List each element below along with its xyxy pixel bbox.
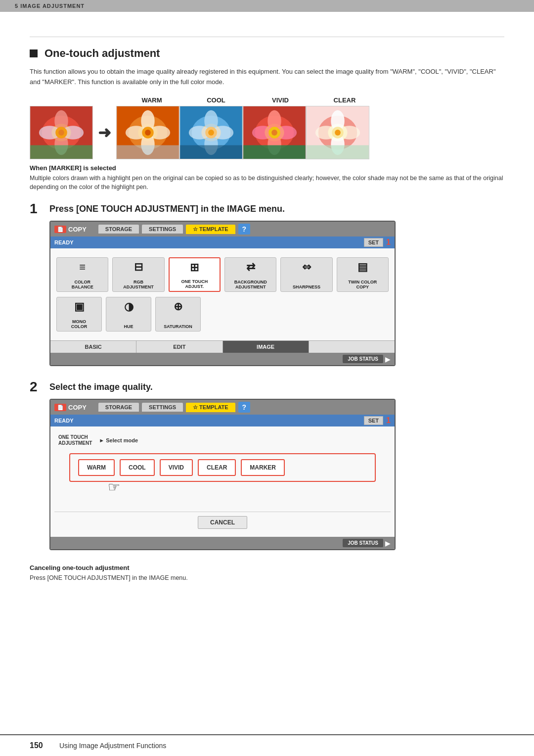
tab-storage-1[interactable]: STORAGE <box>98 225 139 234</box>
job-status-btn-1[interactable]: JOB STATUS <box>343 355 383 363</box>
tab-template-2[interactable]: ☆ TEMPLATE <box>186 403 235 412</box>
hue-icon: ◑ <box>124 301 134 312</box>
svg-rect-39 <box>243 145 306 158</box>
job-status-btn-2[interactable]: JOB STATUS <box>343 539 383 547</box>
sharpness-icon: ⇔ <box>302 262 311 273</box>
flower-label-row: WARM COOL VIVID CLEAR <box>30 96 504 104</box>
step1-container: 1 Press [ONE TOUCH ADJUSTMENT] in the IM… <box>30 202 504 366</box>
status-label-2: READY <box>54 418 74 424</box>
one-touch-icon: ⊞ <box>190 262 199 273</box>
set-label-1: SET <box>368 239 379 245</box>
twin-color-icon: ▤ <box>357 262 368 273</box>
step1-icon-grid-row2: ▣ MONOCOLOR ◑ HUE ⊕ SATURATION <box>54 297 203 336</box>
step1-job-status-bar: JOB STATUS ▶ <box>50 353 395 365</box>
tab-storage-2[interactable]: STORAGE <box>98 403 139 412</box>
icon-twin-color[interactable]: ▤ TWIN COLORCOPY <box>337 257 389 292</box>
arrow-right-icon: ➜ <box>98 123 111 142</box>
icon-background[interactable]: ⇄ BACKGROUNDADJUSTMENT <box>224 257 276 292</box>
bottom-tab-edit-1[interactable]: EDIT <box>136 341 222 353</box>
rgb-icon: ⊟ <box>134 262 143 273</box>
step2-screen: 📄 COPY STORAGE SETTINGS ☆ TEMPLATE ? REA… <box>49 399 396 550</box>
twin-color-label: TWIN COLORCOPY <box>348 280 377 289</box>
footer-text: Using Image Adjustment Functions <box>59 742 166 750</box>
page: 5 IMAGE ADJUSTMENT One-touch adjustment … <box>0 0 534 756</box>
saturation-icon: ⊕ <box>174 301 182 312</box>
set-badge-1: SET <box>364 238 383 247</box>
tab-settings-2[interactable]: SETTINGS <box>142 403 183 412</box>
svg-rect-49 <box>307 145 369 158</box>
svg-point-8 <box>58 130 64 136</box>
step1-top-bar: 📄 COPY STORAGE SETTINGS ☆ TEMPLATE ? <box>50 222 395 236</box>
flower-vivid <box>243 106 306 159</box>
quality-btn-marker[interactable]: MARKER <box>241 459 285 476</box>
cancel-section: CANCEL <box>54 512 391 533</box>
spacer <box>54 487 391 507</box>
step2-number: 2 <box>30 380 44 394</box>
svg-rect-19 <box>117 145 179 158</box>
set-label-2: SET <box>368 418 379 424</box>
label-cool: COOL <box>184 96 248 104</box>
background-icon: ⇄ <box>246 262 255 273</box>
page-footer: 150 Using Image Adjustment Functions <box>0 734 534 756</box>
step1-status-bar: READY SET 1 <box>50 236 395 248</box>
bottom-tab-image-1[interactable]: IMAGE <box>223 341 309 353</box>
cancel-button[interactable]: CANCEL <box>198 516 247 529</box>
flower-images-row: ➜ <box>30 106 504 159</box>
sharpness-label: SHARPNESS <box>293 284 320 289</box>
label-warm: WARM <box>120 96 184 104</box>
quality-btn-cool[interactable]: COOL <box>120 459 155 476</box>
icon-hue[interactable]: ◑ HUE <box>106 297 151 331</box>
step1-screen-body: ≡ COLORBALANCE ⊟ RGBADJUSTMENT ⊞ ONE TOU… <box>50 248 395 340</box>
icon-rgb-adjustment[interactable]: ⊟ RGBADJUSTMENT <box>112 257 164 292</box>
page-header: 5 IMAGE ADJUSTMENT <box>0 0 534 12</box>
select-mode-text: ► Select mode <box>99 437 138 443</box>
header-label: 5 IMAGE ADJUSTMENT <box>15 3 85 9</box>
bottom-tab-empty-1 <box>309 341 395 353</box>
canceling-note-text: Press [ONE TOUCH ADJUSTMENT] in the IMAG… <box>30 573 504 583</box>
step2-status-bar: READY SET 1 <box>50 415 395 426</box>
tab-template-1[interactable]: ☆ TEMPLATE <box>186 225 235 234</box>
quality-btn-warm[interactable]: WARM <box>78 459 115 476</box>
adjustment-label: ONE TOUCHADJUSTMENT <box>58 434 92 446</box>
icon-one-touch[interactable]: ⊞ ONE TOUCHADJUST. <box>169 257 221 292</box>
icon-color-balance[interactable]: ≡ COLORBALANCE <box>56 257 108 292</box>
copy-label-2: COPY <box>68 404 87 411</box>
quality-area: WARM COOL VIVID CLEAR MARKER ☞ <box>54 453 391 482</box>
color-balance-icon: ≡ <box>79 262 86 273</box>
intro-text: This function allows you to obtain the i… <box>30 67 504 88</box>
one-touch-label: ONE TOUCHADJUST. <box>181 279 208 289</box>
job-status-arrow-2: ▶ <box>385 539 391 547</box>
black-square-icon <box>30 49 38 57</box>
page-content: One-touch adjustment This function allow… <box>0 12 534 729</box>
flower-image-section: WARM COOL VIVID CLEAR <box>30 96 504 159</box>
tab-settings-1[interactable]: SETTINGS <box>142 225 183 234</box>
hand-cursor-icon: ☞ <box>108 479 120 495</box>
quality-btn-clear[interactable]: CLEAR <box>198 459 236 476</box>
tab-help-2[interactable]: ? <box>238 402 251 413</box>
tab-help-1[interactable]: ? <box>238 224 251 235</box>
set-number-2: 1 <box>386 416 391 425</box>
step2-header: 2 Select the image quality. <box>30 380 504 394</box>
mono-color-icon: ▣ <box>74 301 85 312</box>
job-status-arrow-1: ▶ <box>385 355 391 363</box>
step2-screen-body: ONE TOUCHADJUSTMENT ► Select mode WARM C… <box>50 426 395 537</box>
step2-container: 2 Select the image quality. 📄 COPY STORA… <box>30 380 504 550</box>
step1-screen: 📄 COPY STORAGE SETTINGS ☆ TEMPLATE ? REA… <box>49 221 396 366</box>
copy-label-1: COPY <box>68 226 87 233</box>
select-mode-row: ONE TOUCHADJUSTMENT ► Select mode <box>54 430 391 448</box>
footer-page-number: 150 <box>30 741 59 750</box>
icon-sharpness[interactable]: ⇔ SHARPNESS <box>280 257 332 292</box>
step1-title: Press [ONE TOUCH ADJUSTMENT] in the IMAG… <box>49 202 285 214</box>
bottom-tab-basic-1[interactable]: BASIC <box>50 341 136 353</box>
mono-color-label: MONOCOLOR <box>71 319 88 329</box>
icon-saturation[interactable]: ⊕ SATURATION <box>155 297 201 331</box>
quality-btn-vivid[interactable]: VIVID <box>160 459 193 476</box>
status-label-1: READY <box>54 239 74 245</box>
step1-icon-grid: ≡ COLORBALANCE ⊟ RGBADJUSTMENT ⊞ ONE TOU… <box>54 252 391 297</box>
svg-rect-9 <box>30 145 92 158</box>
saturation-label: SATURATION <box>164 324 192 329</box>
section-title-text: One-touch adjustment <box>44 47 160 60</box>
copy-icon-1: 📄 <box>54 226 66 233</box>
icon-mono-color[interactable]: ▣ MONOCOLOR <box>56 297 102 331</box>
canceling-note: Canceling one-touch adjustment Press [ON… <box>30 564 504 583</box>
